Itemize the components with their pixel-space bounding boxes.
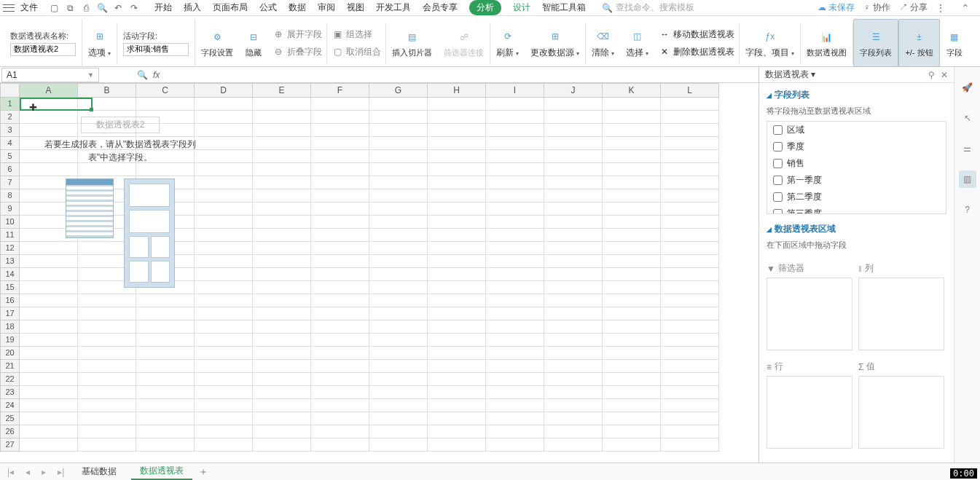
tab-home[interactable]: 开始 [154,1,172,14]
cell[interactable] [253,255,311,268]
cell[interactable] [486,360,544,373]
cell[interactable] [369,347,428,360]
cell[interactable] [195,438,253,452]
cell[interactable] [369,373,428,386]
cell[interactable] [486,386,544,399]
cell[interactable] [253,189,311,202]
cell[interactable] [661,137,719,150]
command-search[interactable]: 🔍 查找命令、搜索模板 [602,1,694,14]
cell[interactable] [544,242,603,255]
cell[interactable] [311,268,369,281]
row-header-1[interactable]: 1 [0,98,20,111]
cell[interactable] [603,176,661,189]
cell[interactable] [603,425,661,438]
cell[interactable] [253,111,311,124]
cell[interactable] [369,111,428,124]
pm-buttons-toggle[interactable]: ± +/- 按钮 [898,19,939,67]
cell[interactable] [544,281,603,294]
cell[interactable] [486,412,544,425]
unsaved-indicator[interactable]: ☁ 未保存 [818,1,855,14]
cell[interactable] [311,216,369,229]
tab-dev[interactable]: 开发工具 [376,1,411,14]
cell[interactable] [428,137,486,150]
field-list-toggle[interactable]: ☰ 字段列表 [853,19,898,67]
cell[interactable] [486,438,544,452]
cell[interactable] [486,268,544,281]
tab-data[interactable]: 数据 [289,1,306,14]
row-header-4[interactable]: 4 [0,137,20,150]
cell[interactable] [428,386,486,399]
cell[interactable] [311,98,369,111]
field-settings-button[interactable]: ⚙ 字段设置 [195,19,239,67]
row-header-17[interactable]: 17 [0,307,20,320]
cell[interactable] [603,137,661,150]
options-button[interactable]: ⊞ 选项 ▾ [82,19,117,67]
cell[interactable] [603,189,661,202]
cell[interactable] [20,320,78,334]
cell[interactable] [20,98,78,111]
cell[interactable] [311,425,369,438]
cell[interactable] [253,307,311,320]
cell[interactable] [428,98,486,111]
name-box[interactable]: A1 ▼ [1,68,99,82]
cell[interactable] [428,111,486,124]
cell[interactable] [486,124,544,137]
cell[interactable] [486,163,544,176]
cell[interactable] [486,347,544,360]
cell[interactable] [369,137,428,150]
tab-view[interactable]: 视图 [347,1,364,14]
cell[interactable] [311,438,369,452]
close-icon[interactable]: ✕ [941,70,948,80]
cell[interactable] [544,163,603,176]
cell[interactable] [428,307,486,320]
cell[interactable] [20,360,78,373]
cell[interactable] [20,334,78,347]
search-fx-icon[interactable]: 🔍 [137,70,147,80]
cell[interactable] [311,255,369,268]
formula-input[interactable] [165,68,603,82]
cell[interactable] [661,255,719,268]
tab-smarttools[interactable]: 智能工具箱 [542,1,586,14]
cell[interactable] [20,347,78,360]
cell[interactable] [661,386,719,399]
cell[interactable] [311,386,369,399]
cell[interactable] [603,242,661,255]
cell[interactable] [603,111,661,124]
cell[interactable] [369,216,428,229]
cell[interactable] [311,189,369,202]
cell[interactable] [253,386,311,399]
cell[interactable] [544,137,603,150]
hide-button[interactable]: ⊟ 隐藏 [239,19,268,67]
cell[interactable] [428,216,486,229]
field-item[interactable]: 第三季度 [767,205,946,214]
cell[interactable] [369,202,428,216]
cell[interactable] [253,294,311,307]
cell[interactable] [603,268,661,281]
cell[interactable] [311,281,369,294]
cell[interactable] [20,438,78,452]
cell[interactable] [428,412,486,425]
cell[interactable] [603,255,661,268]
cell[interactable] [253,399,311,412]
print-icon[interactable]: ⎙ [80,2,92,14]
cell[interactable] [78,425,136,438]
tab-design[interactable]: 设计 [513,1,530,14]
cell[interactable] [544,425,603,438]
cell[interactable] [20,412,78,425]
field-checkbox[interactable] [773,209,783,214]
move-pivot-button[interactable]: ↔移动数据透视表 [659,28,734,41]
cell[interactable] [195,307,253,320]
cell[interactable] [544,268,603,281]
cell[interactable] [428,189,486,202]
cell[interactable] [428,229,486,242]
cell[interactable] [603,216,661,229]
cell[interactable] [428,347,486,360]
cell[interactable] [661,399,719,412]
cell[interactable] [603,334,661,347]
cell[interactable] [20,386,78,399]
cell[interactable] [428,294,486,307]
cell[interactable] [136,386,195,399]
cell[interactable] [486,334,544,347]
cell[interactable] [311,373,369,386]
cell[interactable] [78,399,136,412]
